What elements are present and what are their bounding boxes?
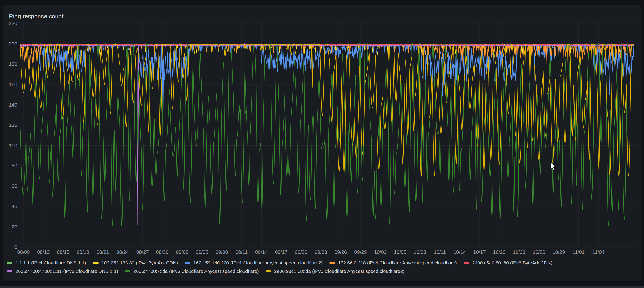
x-tick-label: 10/26 [529,249,549,255]
legend-label: 2606:4700:4700::1111 (IPv6 Cloudflare DN… [15,268,118,274]
y-tick-label: 120 [3,122,17,128]
legend-swatch [266,270,271,272]
x-tick-label: 11/01 [569,249,588,255]
x-tick-label: 08/12 [34,249,53,255]
series-group [20,44,634,226]
y-tick-label: 100 [3,143,17,149]
x-tick-label: 08/21 [93,249,113,255]
x-tick-label: 10/20 [490,249,509,255]
x-tick-label: 10/14 [450,249,470,255]
x-tick-label: 09/14 [251,249,271,255]
legend-swatch [185,262,190,264]
x-tick-label: 10/05 [390,249,410,255]
legend-item[interactable]: 2606:4700:7::da (IPv6 Cloudflare Anycast… [125,268,259,274]
series-line-6 [20,44,634,226]
adjacent-panel-edge [0,286,644,288]
legend-label: 1.1.1.1 (IPv4 Cloudflare DNS 1.1) [15,260,86,265]
legend-swatch [7,262,12,264]
x-tick-label: 09/29 [350,249,370,255]
y-tick-label: 60 [3,183,17,189]
legend-swatch [125,270,130,272]
x-tick-label: 08/30 [152,249,172,255]
y-tick-label: 40 [3,204,17,209]
legend-swatch [329,262,335,264]
legend-label: 2a06:98c1:58::da (IPv6 Cloudflare Anycas… [274,268,404,274]
x-tick-label: 08/18 [73,249,93,255]
x-tick-label: 08/24 [112,249,132,255]
y-tick-label: 80 [3,163,17,169]
y-tick-label: 220 [3,21,17,27]
series-point [244,111,246,113]
x-tick-label: 09/17 [271,249,291,255]
x-tick-label: 10/17 [470,249,490,255]
legend-label: 2400:c540:80::80 (IPv6 ByteArk CDN) [472,260,552,265]
legend-swatch [93,262,98,264]
legend-item[interactable]: 1.1.1.1 (IPv4 Cloudflare DNS 1.1) [7,260,86,265]
x-tick-label: 09/23 [311,249,331,255]
x-tick-label: 10/02 [370,249,390,255]
x-tick-label: 10/11 [430,249,450,255]
legend-item[interactable]: 2a06:98c1:58::da (IPv6 Cloudflare Anycas… [266,268,404,274]
x-tick-label: 10/08 [410,249,430,255]
legend-item[interactable]: 103.253.133.80 (IPv4 ByteArk CDN) [93,260,178,265]
x-tick-label: 10/23 [509,249,529,255]
x-tick-label: 09/26 [331,249,350,255]
x-tick-label: 09/20 [291,249,311,255]
x-tick-label: 08/15 [53,249,73,255]
legend-label: 162.159.140.220 (IPv4 Cloudflare Anycast… [193,260,322,265]
x-tick-label: 08/09 [14,249,34,255]
x-tick-label: 10/29 [549,249,569,255]
legend-row: 1.1.1.1 (IPv4 Cloudflare DNS 1.1)103.253… [7,260,552,265]
legend-label: 103.253.133.80 (IPv4 ByteArk CDN) [102,260,178,265]
y-tick-label: 180 [3,61,17,67]
legend: 1.1.1.1 (IPv4 Cloudflare DNS 1.1)103.253… [7,260,552,274]
x-tick-label: 09/08 [212,249,232,255]
legend-item[interactable]: 2606:4700:4700::1111 (IPv6 Cloudflare DN… [7,268,118,274]
y-tick-label: 20 [3,224,17,230]
x-tick-label: 11/04 [588,249,608,255]
x-tick-label: 09/11 [232,249,252,255]
time-series-chart[interactable] [0,0,644,288]
series-line-5 [20,45,634,225]
legend-label: 172.66.0.218 (IPv4 Cloudflare Anycast sp… [338,260,456,265]
y-tick-label: 140 [3,102,17,108]
x-tick-label: 08/27 [132,249,152,255]
legend-item[interactable]: 162.159.140.220 (IPv4 Cloudflare Anycast… [185,260,322,265]
x-tick-label: 09/05 [192,249,212,255]
legend-label: 2606:4700:7::da (IPv6 Cloudflare Anycast… [133,268,259,274]
x-tick-label: 09/02 [172,249,192,255]
y-tick-label: 200 [3,41,17,47]
y-tick-label: 160 [3,82,17,88]
legend-item[interactable]: 172.66.0.218 (IPv4 Cloudflare Anycast sp… [329,260,456,265]
legend-item[interactable]: 2400:c540:80::80 (IPv6 ByteArk CDN) [464,260,552,265]
legend-swatch [464,262,469,264]
legend-row: 2606:4700:4700::1111 (IPv6 Cloudflare DN… [7,268,552,274]
legend-swatch [7,270,12,272]
